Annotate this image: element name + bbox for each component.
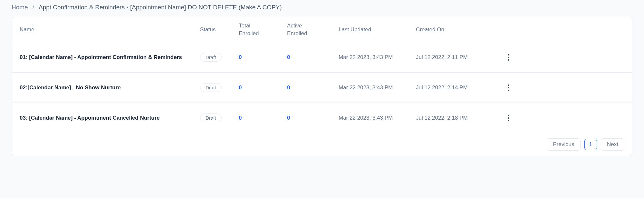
breadcrumb: Home / Appt Confirmation & Reminders - [… bbox=[12, 4, 632, 11]
column-created-on: Created On bbox=[416, 26, 487, 34]
table-row[interactable]: 02:[Calendar Name] - No Show Nurture Dra… bbox=[12, 73, 632, 103]
row-status-cell: Draft bbox=[200, 114, 239, 122]
row-total-enrolled[interactable]: 0 bbox=[239, 54, 287, 61]
more-actions-button[interactable] bbox=[505, 113, 513, 123]
row-last-updated: Mar 22 2023, 3:43 PM bbox=[339, 114, 416, 122]
row-active-enrolled[interactable]: 0 bbox=[287, 84, 339, 91]
svg-point-1 bbox=[508, 57, 509, 58]
svg-point-3 bbox=[508, 84, 509, 86]
more-actions-button[interactable] bbox=[505, 83, 513, 93]
row-last-updated: Mar 22 2023, 3:43 PM bbox=[339, 84, 416, 92]
more-actions-button[interactable] bbox=[505, 52, 513, 63]
table-row[interactable]: 01: [Calendar Name] - Appointment Confir… bbox=[12, 42, 632, 73]
svg-point-2 bbox=[508, 59, 509, 61]
next-button[interactable]: Next bbox=[601, 138, 624, 151]
breadcrumb-home-link[interactable]: Home bbox=[12, 4, 28, 11]
row-actions bbox=[487, 52, 513, 63]
row-name: 01: [Calendar Name] - Appointment Confir… bbox=[20, 53, 200, 62]
pagination: Previous 1 Next bbox=[12, 133, 632, 156]
status-badge: Draft bbox=[200, 53, 222, 62]
row-created-on: Jul 12 2022, 2:18 PM bbox=[416, 114, 487, 122]
row-actions bbox=[487, 113, 513, 123]
column-total-enrolled-l1: Total bbox=[239, 22, 287, 30]
row-name: 02:[Calendar Name] - No Show Nurture bbox=[20, 84, 200, 92]
svg-point-8 bbox=[508, 120, 509, 121]
row-total-enrolled[interactable]: 0 bbox=[239, 115, 287, 121]
more-vertical-icon bbox=[508, 54, 509, 61]
page-number-current[interactable]: 1 bbox=[584, 139, 597, 150]
row-name: 03: [Calendar Name] - Appointment Cancel… bbox=[20, 114, 200, 122]
more-vertical-icon bbox=[508, 84, 509, 91]
row-active-enrolled[interactable]: 0 bbox=[287, 115, 339, 121]
row-total-enrolled[interactable]: 0 bbox=[239, 84, 287, 91]
column-total-enrolled-l2: Enrolled bbox=[239, 30, 287, 37]
more-vertical-icon bbox=[508, 115, 509, 121]
svg-point-7 bbox=[508, 117, 509, 119]
row-created-on: Jul 12 2022, 2:14 PM bbox=[416, 84, 487, 92]
row-status-cell: Draft bbox=[200, 83, 239, 92]
svg-point-6 bbox=[508, 115, 509, 116]
row-status-cell: Draft bbox=[200, 53, 239, 62]
svg-point-4 bbox=[508, 87, 509, 88]
column-total-enrolled: Total Enrolled bbox=[239, 22, 287, 37]
table-header: Name Status Total Enrolled Active Enroll… bbox=[12, 17, 632, 42]
svg-point-5 bbox=[508, 90, 509, 91]
row-actions bbox=[487, 83, 513, 93]
column-name: Name bbox=[20, 26, 200, 34]
column-last-updated: Last Updated bbox=[339, 26, 416, 34]
status-badge: Draft bbox=[200, 114, 222, 122]
column-status: Status bbox=[200, 26, 239, 34]
column-active-enrolled-l2: Enrolled bbox=[287, 30, 339, 37]
row-active-enrolled[interactable]: 0 bbox=[287, 54, 339, 61]
status-badge: Draft bbox=[200, 83, 222, 92]
row-created-on: Jul 12 2022, 2:11 PM bbox=[416, 53, 487, 62]
svg-point-0 bbox=[508, 54, 509, 55]
table-row[interactable]: 03: [Calendar Name] - Appointment Cancel… bbox=[12, 103, 632, 133]
breadcrumb-current: Appt Confirmation & Reminders - [Appoint… bbox=[39, 4, 282, 11]
breadcrumb-separator: / bbox=[33, 4, 34, 11]
column-active-enrolled-l1: Active bbox=[287, 22, 339, 30]
row-last-updated: Mar 22 2023, 3:43 PM bbox=[339, 53, 416, 62]
previous-button[interactable]: Previous bbox=[547, 138, 580, 151]
workflow-table-card: Name Status Total Enrolled Active Enroll… bbox=[12, 17, 632, 156]
column-active-enrolled: Active Enrolled bbox=[287, 22, 339, 37]
